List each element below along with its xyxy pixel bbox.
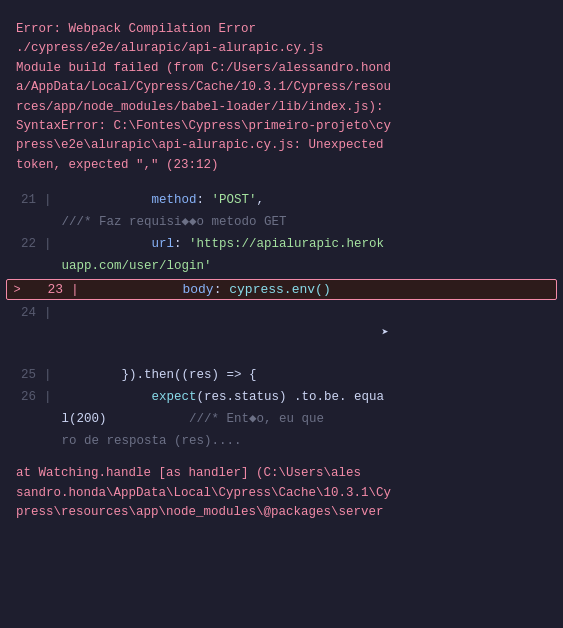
error-line-1: Error: Webpack Compilation Error (16, 22, 256, 36)
line-content-l200: l(200) ///* Ent◆o, eu que (62, 409, 325, 429)
line-sep-26: | (44, 387, 62, 407)
line-content-24: ➤ (62, 303, 389, 363)
code-line-l200: l(200) ///* Ent◆o, eu que (0, 408, 563, 430)
line-sep-url-cont (44, 256, 62, 276)
line-content-21: method: 'POST', (62, 190, 265, 210)
terminal-container: Error: Webpack Compilation Error ./cypre… (0, 0, 563, 628)
line-content-23: body: cypress.env() (89, 282, 331, 297)
error-line-7: press\e2e\alurapic\api-alurapic.cy.js: U… (16, 138, 384, 152)
bottom-error-line-2: sandro.honda\AppData\Local\Cypress\Cache… (16, 486, 391, 500)
line-content-25: }).then((res) => { (62, 365, 257, 385)
comment-get: ///* Faz requisi◆◆o metodo GET (62, 212, 287, 232)
line-number-23: 23 (27, 282, 71, 297)
bottom-error-block: at Watching.handle [as handler] (C:\User… (0, 456, 563, 530)
line-number-22: 22 (0, 234, 44, 254)
cursor-24: ➤ (382, 326, 389, 340)
url-continuation: uapp.com/user/login' (62, 256, 212, 276)
line-sep-21: | (44, 190, 62, 210)
code-line-comment1: ///* Faz requisi◆◆o metodo GET (0, 211, 563, 233)
line-sep-24: | (44, 303, 62, 323)
error-line-2: ./cypress/e2e/alurapic/api-alurapic.cy.j… (16, 41, 324, 55)
expect-call: expect (152, 390, 197, 404)
code-line-22: 22 | url: 'https://apialurapic.herok (0, 233, 563, 255)
code-line-resposta: ro de resposta (res).... (0, 430, 563, 452)
value-url: 'https://apialurapic.herok (189, 237, 384, 251)
value-post: 'POST' (212, 193, 257, 207)
line-arrow-23: > (7, 283, 27, 297)
line-sep-22: | (44, 234, 62, 254)
code-line-25: 25 | }).then((res) => { (0, 364, 563, 386)
code-area: 21 | method: 'POST', ///* Faz requisi◆◆o… (0, 185, 563, 456)
value-cypress-env: cypress.env() (229, 282, 330, 297)
error-line-4: a/AppData/Local/Cypress/Cache/10.3.1/Cyp… (16, 80, 391, 94)
code-line-23-highlighted: > 23 | body: cypress.env() (6, 279, 557, 300)
line-content-26: expect(res.status) .to.be. equa (62, 387, 385, 407)
line-number-25: 25 (0, 365, 44, 385)
line-sep-resposta (44, 431, 62, 451)
code-line-21: 21 | method: 'POST', (0, 189, 563, 211)
line-sep-empty1 (44, 212, 62, 232)
line-content-22: url: 'https://apialurapic.herok (62, 234, 385, 254)
error-line-8: token, expected "," (23:12) (16, 158, 219, 172)
error-block: Error: Webpack Compilation Error ./cypre… (0, 10, 563, 185)
property-url: url (152, 237, 175, 251)
comment-resposta: ///* Ent◆o, eu que (189, 412, 324, 426)
line-sep-23: | (71, 282, 89, 297)
code-line-26: 26 | expect(res.status) .to.be. equa (0, 386, 563, 408)
code-line-24: 24 | ➤ (0, 302, 563, 364)
code-line-url-cont: uapp.com/user/login' (0, 255, 563, 277)
line-sep-25: | (44, 365, 62, 385)
error-line-5: rces/app/node_modules/babel-loader/lib/i… (16, 100, 384, 114)
bottom-error-line-3: press\resources\app\node_modules\@packag… (16, 505, 384, 519)
error-line-3: Module build failed (from C:/Users/aless… (16, 61, 391, 75)
property-method: method (152, 193, 197, 207)
line-number-21: 21 (0, 190, 44, 210)
line-number-24: 24 (0, 303, 44, 323)
line-number-26: 26 (0, 387, 44, 407)
line-sep-l200 (44, 409, 62, 429)
comment-resposta2: ro de resposta (res).... (62, 431, 242, 451)
property-body: body (182, 282, 213, 297)
error-line-6: SyntaxError: C:\Fontes\Cypress\primeiro-… (16, 119, 391, 133)
bottom-error-line-1: at Watching.handle [as handler] (C:\User… (16, 466, 361, 480)
